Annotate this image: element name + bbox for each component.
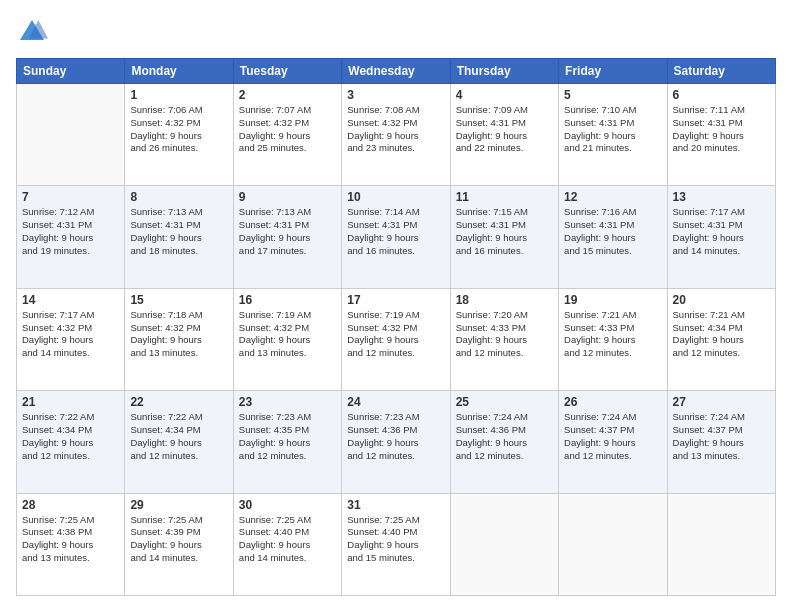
calendar-cell: 22Sunrise: 7:22 AM Sunset: 4:34 PM Dayli… (125, 391, 233, 493)
calendar-cell: 11Sunrise: 7:15 AM Sunset: 4:31 PM Dayli… (450, 186, 558, 288)
calendar-week-row: 14Sunrise: 7:17 AM Sunset: 4:32 PM Dayli… (17, 288, 776, 390)
calendar-header-sunday: Sunday (17, 59, 125, 84)
logo-icon (16, 16, 48, 48)
calendar-week-row: 28Sunrise: 7:25 AM Sunset: 4:38 PM Dayli… (17, 493, 776, 595)
calendar-cell: 23Sunrise: 7:23 AM Sunset: 4:35 PM Dayli… (233, 391, 341, 493)
calendar-cell: 26Sunrise: 7:24 AM Sunset: 4:37 PM Dayli… (559, 391, 667, 493)
calendar-cell (559, 493, 667, 595)
day-info: Sunrise: 7:12 AM Sunset: 4:31 PM Dayligh… (22, 206, 119, 257)
day-number: 11 (456, 190, 553, 204)
day-info: Sunrise: 7:06 AM Sunset: 4:32 PM Dayligh… (130, 104, 227, 155)
calendar-cell: 9Sunrise: 7:13 AM Sunset: 4:31 PM Daylig… (233, 186, 341, 288)
calendar-cell (17, 84, 125, 186)
day-info: Sunrise: 7:17 AM Sunset: 4:32 PM Dayligh… (22, 309, 119, 360)
day-number: 16 (239, 293, 336, 307)
calendar-cell: 7Sunrise: 7:12 AM Sunset: 4:31 PM Daylig… (17, 186, 125, 288)
calendar-cell: 30Sunrise: 7:25 AM Sunset: 4:40 PM Dayli… (233, 493, 341, 595)
day-info: Sunrise: 7:25 AM Sunset: 4:38 PM Dayligh… (22, 514, 119, 565)
day-number: 15 (130, 293, 227, 307)
calendar-cell: 20Sunrise: 7:21 AM Sunset: 4:34 PM Dayli… (667, 288, 775, 390)
day-number: 4 (456, 88, 553, 102)
day-number: 24 (347, 395, 444, 409)
day-info: Sunrise: 7:10 AM Sunset: 4:31 PM Dayligh… (564, 104, 661, 155)
day-info: Sunrise: 7:21 AM Sunset: 4:33 PM Dayligh… (564, 309, 661, 360)
day-number: 20 (673, 293, 770, 307)
calendar-week-row: 21Sunrise: 7:22 AM Sunset: 4:34 PM Dayli… (17, 391, 776, 493)
calendar-cell: 15Sunrise: 7:18 AM Sunset: 4:32 PM Dayli… (125, 288, 233, 390)
calendar-cell (667, 493, 775, 595)
calendar-cell: 13Sunrise: 7:17 AM Sunset: 4:31 PM Dayli… (667, 186, 775, 288)
calendar-header-friday: Friday (559, 59, 667, 84)
day-number: 13 (673, 190, 770, 204)
day-number: 23 (239, 395, 336, 409)
day-number: 19 (564, 293, 661, 307)
calendar-cell: 10Sunrise: 7:14 AM Sunset: 4:31 PM Dayli… (342, 186, 450, 288)
calendar-week-row: 7Sunrise: 7:12 AM Sunset: 4:31 PM Daylig… (17, 186, 776, 288)
day-info: Sunrise: 7:22 AM Sunset: 4:34 PM Dayligh… (22, 411, 119, 462)
day-info: Sunrise: 7:14 AM Sunset: 4:31 PM Dayligh… (347, 206, 444, 257)
day-info: Sunrise: 7:16 AM Sunset: 4:31 PM Dayligh… (564, 206, 661, 257)
day-info: Sunrise: 7:17 AM Sunset: 4:31 PM Dayligh… (673, 206, 770, 257)
day-number: 8 (130, 190, 227, 204)
day-number: 27 (673, 395, 770, 409)
day-number: 7 (22, 190, 119, 204)
calendar-header-tuesday: Tuesday (233, 59, 341, 84)
day-info: Sunrise: 7:24 AM Sunset: 4:37 PM Dayligh… (564, 411, 661, 462)
day-number: 30 (239, 498, 336, 512)
calendar-header-monday: Monday (125, 59, 233, 84)
day-info: Sunrise: 7:07 AM Sunset: 4:32 PM Dayligh… (239, 104, 336, 155)
calendar-cell: 6Sunrise: 7:11 AM Sunset: 4:31 PM Daylig… (667, 84, 775, 186)
calendar-cell: 21Sunrise: 7:22 AM Sunset: 4:34 PM Dayli… (17, 391, 125, 493)
calendar-cell: 17Sunrise: 7:19 AM Sunset: 4:32 PM Dayli… (342, 288, 450, 390)
calendar-cell: 1Sunrise: 7:06 AM Sunset: 4:32 PM Daylig… (125, 84, 233, 186)
day-info: Sunrise: 7:25 AM Sunset: 4:40 PM Dayligh… (347, 514, 444, 565)
day-info: Sunrise: 7:08 AM Sunset: 4:32 PM Dayligh… (347, 104, 444, 155)
day-info: Sunrise: 7:15 AM Sunset: 4:31 PM Dayligh… (456, 206, 553, 257)
day-number: 5 (564, 88, 661, 102)
day-info: Sunrise: 7:13 AM Sunset: 4:31 PM Dayligh… (130, 206, 227, 257)
calendar-header-wednesday: Wednesday (342, 59, 450, 84)
calendar-cell: 16Sunrise: 7:19 AM Sunset: 4:32 PM Dayli… (233, 288, 341, 390)
day-number: 2 (239, 88, 336, 102)
calendar-header-saturday: Saturday (667, 59, 775, 84)
calendar-cell: 25Sunrise: 7:24 AM Sunset: 4:36 PM Dayli… (450, 391, 558, 493)
day-number: 29 (130, 498, 227, 512)
day-number: 12 (564, 190, 661, 204)
day-info: Sunrise: 7:21 AM Sunset: 4:34 PM Dayligh… (673, 309, 770, 360)
calendar-table: SundayMondayTuesdayWednesdayThursdayFrid… (16, 58, 776, 596)
day-number: 14 (22, 293, 119, 307)
calendar-cell: 4Sunrise: 7:09 AM Sunset: 4:31 PM Daylig… (450, 84, 558, 186)
day-info: Sunrise: 7:09 AM Sunset: 4:31 PM Dayligh… (456, 104, 553, 155)
calendar-cell: 24Sunrise: 7:23 AM Sunset: 4:36 PM Dayli… (342, 391, 450, 493)
day-info: Sunrise: 7:24 AM Sunset: 4:37 PM Dayligh… (673, 411, 770, 462)
calendar-cell: 2Sunrise: 7:07 AM Sunset: 4:32 PM Daylig… (233, 84, 341, 186)
day-info: Sunrise: 7:25 AM Sunset: 4:40 PM Dayligh… (239, 514, 336, 565)
calendar-cell: 8Sunrise: 7:13 AM Sunset: 4:31 PM Daylig… (125, 186, 233, 288)
day-number: 28 (22, 498, 119, 512)
day-info: Sunrise: 7:23 AM Sunset: 4:36 PM Dayligh… (347, 411, 444, 462)
calendar-cell: 3Sunrise: 7:08 AM Sunset: 4:32 PM Daylig… (342, 84, 450, 186)
header (16, 16, 776, 48)
day-number: 1 (130, 88, 227, 102)
day-info: Sunrise: 7:24 AM Sunset: 4:36 PM Dayligh… (456, 411, 553, 462)
day-info: Sunrise: 7:18 AM Sunset: 4:32 PM Dayligh… (130, 309, 227, 360)
day-number: 25 (456, 395, 553, 409)
day-number: 31 (347, 498, 444, 512)
day-info: Sunrise: 7:23 AM Sunset: 4:35 PM Dayligh… (239, 411, 336, 462)
calendar-week-row: 1Sunrise: 7:06 AM Sunset: 4:32 PM Daylig… (17, 84, 776, 186)
day-number: 3 (347, 88, 444, 102)
day-info: Sunrise: 7:22 AM Sunset: 4:34 PM Dayligh… (130, 411, 227, 462)
calendar-cell (450, 493, 558, 595)
day-info: Sunrise: 7:19 AM Sunset: 4:32 PM Dayligh… (239, 309, 336, 360)
calendar-cell: 18Sunrise: 7:20 AM Sunset: 4:33 PM Dayli… (450, 288, 558, 390)
day-info: Sunrise: 7:13 AM Sunset: 4:31 PM Dayligh… (239, 206, 336, 257)
day-number: 21 (22, 395, 119, 409)
day-number: 10 (347, 190, 444, 204)
day-info: Sunrise: 7:19 AM Sunset: 4:32 PM Dayligh… (347, 309, 444, 360)
day-number: 18 (456, 293, 553, 307)
calendar-cell: 14Sunrise: 7:17 AM Sunset: 4:32 PM Dayli… (17, 288, 125, 390)
logo (16, 16, 50, 48)
calendar-cell: 19Sunrise: 7:21 AM Sunset: 4:33 PM Dayli… (559, 288, 667, 390)
calendar-header-row: SundayMondayTuesdayWednesdayThursdayFrid… (17, 59, 776, 84)
day-number: 17 (347, 293, 444, 307)
